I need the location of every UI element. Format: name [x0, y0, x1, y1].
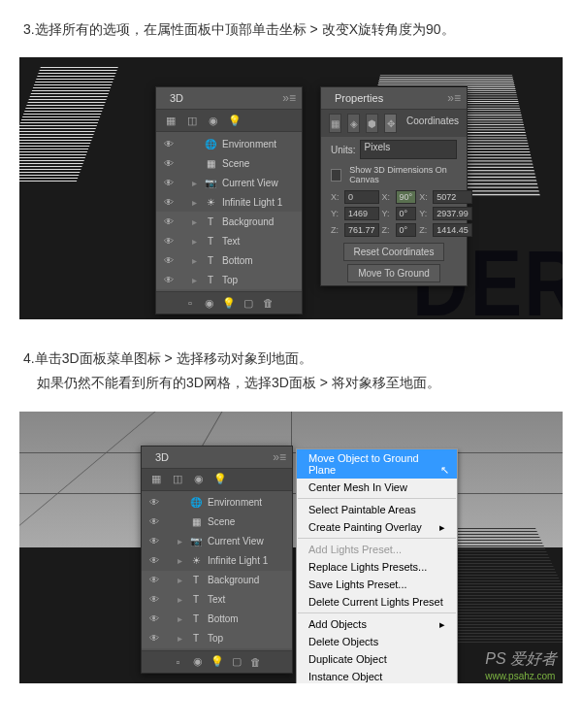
coordinates-grid: X:0X:90°X:5072Y:1469Y:0°Y:2937.99Z:761.7… — [321, 187, 467, 240]
menu-item-move-object-to-ground-plane[interactable]: Move Object to Ground Plane↖ — [297, 449, 457, 479]
filter-mesh-icon[interactable]: ◫ — [185, 114, 199, 127]
filter-all-icon[interactable]: ▦ — [149, 473, 163, 486]
panel-menu-icon[interactable]: »≡ — [447, 91, 461, 105]
visibility-icon[interactable]: 👁 — [147, 613, 161, 624]
layer-row-scene[interactable]: 👁▦Scene — [142, 513, 292, 532]
footer-render-icon[interactable]: ▢ — [242, 296, 255, 310]
layer-row-current-view[interactable]: 👁▸📷Current View — [156, 173, 302, 192]
layer-row-bottom[interactable]: 👁▸TBottom — [156, 250, 302, 270]
coord-input[interactable]: Z:1414.45 — [419, 223, 472, 237]
menu-item-duplicate-object[interactable]: Duplicate Object — [297, 650, 457, 668]
visibility-icon[interactable]: 👁 — [162, 255, 176, 266]
menu-item-instance-object[interactable]: Instance Object — [297, 668, 457, 683]
mesh-mode-icon[interactable]: ▦ — [329, 114, 341, 133]
layer-row-text[interactable]: 👁▸TText — [142, 590, 292, 610]
move-to-ground-button[interactable]: Move To Ground — [347, 264, 440, 282]
layer-row-infinite-light-1[interactable]: 👁▸☀Infinite Light 1 — [156, 192, 302, 212]
menu-item-center-mesh-in-view[interactable]: Center Mesh In View — [297, 479, 457, 496]
coord-input[interactable]: X:90° — [382, 190, 417, 204]
menu-item-add-objects[interactable]: Add Objects▸ — [297, 615, 457, 633]
layer-row-infinite-light-1[interactable]: 👁▸☀Infinite Light 1 — [142, 551, 292, 571]
units-label: Units: — [331, 145, 356, 155]
step-3-instruction: 3.选择所有的选项，在属性面板中顶部单击坐标 > 改变X旋转角度为90。 — [0, 0, 582, 57]
filter-light-icon[interactable]: 💡 — [213, 473, 227, 486]
screenshot-1: DER 3D »≡ ▦ ◫ ◉ 💡 👁🌐Environment👁▦Scene👁▸… — [19, 57, 563, 319]
watermark-url: www.psahz.com — [485, 671, 555, 681]
filter-material-icon[interactable]: ◉ — [207, 114, 220, 127]
layer-row-scene[interactable]: 👁▦Scene — [156, 153, 302, 173]
properties-tab[interactable]: Properties — [327, 90, 391, 106]
cap-mode-icon[interactable]: ⬢ — [366, 114, 378, 133]
3d-panel-tab[interactable]: 3D — [162, 90, 191, 106]
visibility-icon[interactable]: 👁 — [162, 236, 176, 247]
visibility-icon[interactable]: 👁 — [147, 555, 161, 566]
layer-row-bottom[interactable]: 👁▸TBottom — [142, 610, 292, 629]
filter-mesh-icon[interactable]: ◫ — [171, 473, 184, 486]
menu-item-select-paintable-areas[interactable]: Select Paintable Areas — [297, 501, 457, 518]
properties-header[interactable]: Properties »≡ — [321, 87, 467, 110]
menu-item-delete-current-lights-preset[interactable]: Delete Current Lights Preset — [297, 593, 457, 611]
coord-input[interactable]: X:5072 — [419, 190, 472, 204]
coord-input[interactable]: Y:2937.99 — [419, 207, 472, 220]
menu-item-save-lights-preset-[interactable]: Save Lights Preset... — [297, 576, 457, 593]
layer-row-top[interactable]: 👁▸TTop — [142, 629, 292, 648]
3d-panel-tab[interactable]: 3D — [147, 449, 177, 465]
layer-row-environment[interactable]: 👁🌐Environment — [142, 493, 292, 513]
visibility-icon[interactable]: 👁 — [147, 633, 161, 644]
footer-icon[interactable]: ▫ — [183, 296, 197, 310]
coord-input[interactable]: Y:1469 — [331, 207, 379, 220]
footer-delete-icon[interactable]: 🗑 — [249, 655, 263, 669]
visibility-icon[interactable]: 👁 — [147, 536, 161, 546]
menu-separator — [298, 538, 456, 539]
visibility-icon[interactable]: 👁 — [162, 275, 176, 285]
panel-menu-icon[interactable]: »≡ — [282, 91, 296, 105]
visibility-icon[interactable]: 👁 — [147, 497, 161, 508]
footer-render-icon[interactable]: ▢ — [230, 655, 243, 669]
visibility-icon[interactable]: 👁 — [162, 216, 176, 227]
coord-input[interactable]: Z:761.77 — [331, 223, 379, 237]
visibility-icon[interactable]: 👁 — [162, 197, 176, 208]
menu-item-delete-objects[interactable]: Delete Objects — [297, 633, 457, 650]
layer-row-text[interactable]: 👁▸TText — [156, 231, 302, 250]
coord-input[interactable]: Z:0° — [382, 223, 417, 237]
filter-material-icon[interactable]: ◉ — [192, 473, 206, 486]
layer-row-background[interactable]: 👁▸TBackground — [142, 571, 292, 590]
footer-delete-icon[interactable]: 🗑 — [261, 296, 275, 310]
layer-name: Bottom — [206, 613, 286, 624]
layer-row-background[interactable]: 👁▸TBackground — [156, 212, 302, 231]
menu-item-replace-lights-presets-[interactable]: Replace Lights Presets... — [297, 558, 457, 576]
layer-row-top[interactable]: 👁▸TTop — [156, 270, 302, 289]
coordinates-label: Coordinates — [406, 114, 459, 133]
visibility-icon[interactable]: 👁 — [147, 575, 161, 585]
coord-input[interactable]: Y:0° — [382, 207, 417, 220]
units-select[interactable]: Pixels — [360, 140, 457, 159]
layer-row-current-view[interactable]: 👁▸📷Current View — [142, 532, 292, 551]
filter-light-icon[interactable]: 💡 — [228, 114, 242, 127]
layer-type-icon: T — [188, 632, 204, 645]
layer-name: Background — [206, 575, 286, 585]
coordinates-mode-icon[interactable]: ✥ — [384, 114, 397, 133]
deform-mode-icon[interactable]: ◈ — [347, 114, 360, 133]
show-3d-checkbox[interactable] — [331, 169, 341, 182]
panel-menu-icon[interactable]: »≡ — [273, 450, 286, 464]
layer-row-environment[interactable]: 👁🌐Environment — [156, 134, 302, 153]
show-3d-row[interactable]: Show 3D Dimensions On Canvas — [321, 162, 467, 187]
visibility-icon[interactable]: 👁 — [162, 178, 176, 188]
filter-all-icon[interactable]: ▦ — [164, 114, 178, 127]
layer-type-icon: T — [203, 253, 218, 267]
footer-icon[interactable]: ▫ — [172, 655, 185, 669]
visibility-icon[interactable]: 👁 — [147, 594, 161, 605]
footer-icon[interactable]: 💡 — [222, 296, 236, 310]
footer-icon[interactable]: ◉ — [191, 655, 205, 669]
reset-coordinates-button[interactable]: Reset Coordinates — [343, 243, 445, 261]
visibility-icon[interactable]: 👁 — [147, 516, 161, 527]
footer-icon[interactable]: ◉ — [203, 296, 216, 310]
menu-item-create-painting-overlay[interactable]: Create Painting Overlay▸ — [297, 518, 457, 536]
3d-panel-header[interactable]: 3D »≡ — [156, 87, 302, 110]
footer-icon[interactable]: 💡 — [210, 655, 224, 669]
coord-input[interactable]: X:0 — [331, 190, 379, 204]
visibility-icon[interactable]: 👁 — [162, 158, 176, 169]
3d-panel-header[interactable]: 3D »≡ — [142, 447, 292, 469]
watermark-brand: PS 爱好者 — [485, 650, 557, 667]
visibility-icon[interactable]: 👁 — [162, 139, 176, 149]
